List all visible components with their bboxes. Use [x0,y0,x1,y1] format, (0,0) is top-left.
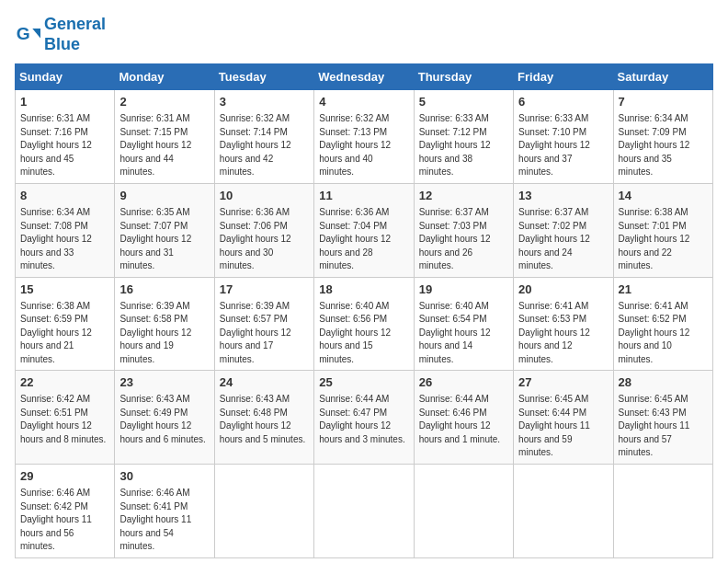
day-number: 4 [319,94,408,110]
svg-marker-1 [32,29,40,39]
day-number: 30 [119,468,209,485]
calendar-day-cell [314,464,414,557]
calendar-day-cell [514,464,613,557]
day-info: Sunrise: 6:31 AMSunset: 7:15 PMDaylight … [119,112,209,179]
calendar-day-cell: 30Sunrise: 6:46 AMSunset: 6:41 PMDayligh… [115,464,214,557]
day-number: 10 [220,188,309,204]
day-number: 14 [619,188,708,204]
calendar-day-cell: 5Sunrise: 6:33 AMSunset: 7:12 PMDaylight… [414,90,513,184]
calendar-day-cell: 20Sunrise: 6:41 AMSunset: 6:53 PMDayligh… [514,277,613,371]
day-info: Sunrise: 6:40 AMSunset: 6:54 PMDaylight … [419,300,508,367]
day-info: Sunrise: 6:34 AMSunset: 7:09 PMDaylight … [619,112,708,179]
calendar-day-cell: 10Sunrise: 6:36 AMSunset: 7:06 PMDayligh… [214,183,313,277]
day-number: 12 [419,188,508,204]
calendar-day-cell: 21Sunrise: 6:41 AMSunset: 6:52 PMDayligh… [613,277,712,371]
day-number: 6 [518,94,608,110]
day-info: Sunrise: 6:41 AMSunset: 6:52 PMDaylight … [619,300,708,367]
calendar-day-cell: 3Sunrise: 6:32 AMSunset: 7:14 PMDaylight… [214,90,313,184]
day-number: 25 [319,374,408,391]
calendar-day-cell: 9Sunrise: 6:35 AMSunset: 7:07 PMDaylight… [115,183,214,277]
day-info: Sunrise: 6:42 AMSunset: 6:51 PMDaylight … [20,393,109,446]
calendar-header-row: SundayMondayTuesdayWednesdayThursdayFrid… [16,64,713,90]
day-number: 5 [419,94,508,110]
day-of-week-header: Friday [514,64,613,90]
calendar-day-cell: 8Sunrise: 6:34 AMSunset: 7:08 PMDaylight… [16,183,115,277]
logo: G GeneralBlue [15,15,106,54]
day-of-week-header: Thursday [414,64,513,90]
day-info: Sunrise: 6:34 AMSunset: 7:08 PMDaylight … [20,206,109,273]
day-info: Sunrise: 6:44 AMSunset: 6:46 PMDaylight … [419,393,508,446]
calendar-week-row: 1Sunrise: 6:31 AMSunset: 7:16 PMDaylight… [16,90,713,184]
calendar-day-cell: 25Sunrise: 6:44 AMSunset: 6:47 PMDayligh… [314,371,414,465]
day-of-week-header: Sunday [16,64,115,90]
calendar-day-cell: 14Sunrise: 6:38 AMSunset: 7:01 PMDayligh… [613,183,712,277]
calendar-day-cell: 26Sunrise: 6:44 AMSunset: 6:46 PMDayligh… [414,371,513,465]
day-number: 2 [119,94,209,110]
calendar-day-cell: 13Sunrise: 6:37 AMSunset: 7:02 PMDayligh… [514,183,613,277]
day-info: Sunrise: 6:45 AMSunset: 6:44 PMDaylight … [518,393,608,460]
day-number: 13 [518,188,608,204]
calendar-day-cell: 7Sunrise: 6:34 AMSunset: 7:09 PMDaylight… [613,90,712,184]
logo-icon: G [15,22,40,48]
day-info: Sunrise: 6:32 AMSunset: 7:14 PMDaylight … [220,112,309,179]
calendar-day-cell: 23Sunrise: 6:43 AMSunset: 6:49 PMDayligh… [115,371,214,465]
day-of-week-header: Monday [115,64,214,90]
day-info: Sunrise: 6:36 AMSunset: 7:04 PMDaylight … [319,206,408,273]
calendar-day-cell: 6Sunrise: 6:33 AMSunset: 7:10 PMDaylight… [514,90,613,184]
calendar-body: 1Sunrise: 6:31 AMSunset: 7:16 PMDaylight… [16,90,713,557]
day-info: Sunrise: 6:43 AMSunset: 6:49 PMDaylight … [119,393,209,446]
calendar-day-cell: 16Sunrise: 6:39 AMSunset: 6:58 PMDayligh… [115,277,214,371]
day-info: Sunrise: 6:33 AMSunset: 7:10 PMDaylight … [518,112,608,179]
day-info: Sunrise: 6:37 AMSunset: 7:02 PMDaylight … [518,206,608,273]
calendar-week-row: 22Sunrise: 6:42 AMSunset: 6:51 PMDayligh… [16,371,713,465]
day-number: 16 [119,282,209,298]
day-number: 27 [518,374,608,391]
day-of-week-header: Tuesday [214,64,313,90]
day-info: Sunrise: 6:43 AMSunset: 6:48 PMDaylight … [220,393,309,446]
calendar-day-cell: 17Sunrise: 6:39 AMSunset: 6:57 PMDayligh… [214,277,313,371]
day-number: 3 [220,94,309,110]
calendar-day-cell: 12Sunrise: 6:37 AMSunset: 7:03 PMDayligh… [414,183,513,277]
day-info: Sunrise: 6:40 AMSunset: 6:56 PMDaylight … [319,300,408,367]
calendar-day-cell: 28Sunrise: 6:45 AMSunset: 6:43 PMDayligh… [613,371,712,465]
calendar-week-row: 29Sunrise: 6:46 AMSunset: 6:42 PMDayligh… [16,464,713,557]
day-number: 23 [119,374,209,391]
day-number: 1 [20,94,109,110]
logo-text: GeneralBlue [44,15,106,54]
calendar-day-cell: 29Sunrise: 6:46 AMSunset: 6:42 PMDayligh… [16,464,115,557]
calendar-day-cell [613,464,712,557]
day-info: Sunrise: 6:32 AMSunset: 7:13 PMDaylight … [319,112,408,179]
day-info: Sunrise: 6:33 AMSunset: 7:12 PMDaylight … [419,112,508,179]
day-info: Sunrise: 6:39 AMSunset: 6:58 PMDaylight … [119,300,209,367]
day-info: Sunrise: 6:44 AMSunset: 6:47 PMDaylight … [319,393,408,446]
day-info: Sunrise: 6:38 AMSunset: 7:01 PMDaylight … [619,206,708,273]
day-info: Sunrise: 6:38 AMSunset: 6:59 PMDaylight … [20,300,109,367]
day-number: 7 [619,94,708,110]
calendar-day-cell [414,464,513,557]
calendar-day-cell: 22Sunrise: 6:42 AMSunset: 6:51 PMDayligh… [16,371,115,465]
day-number: 11 [319,188,408,204]
calendar-day-cell: 11Sunrise: 6:36 AMSunset: 7:04 PMDayligh… [314,183,414,277]
day-number: 8 [20,188,109,204]
calendar-day-cell: 27Sunrise: 6:45 AMSunset: 6:44 PMDayligh… [514,371,613,465]
calendar-week-row: 15Sunrise: 6:38 AMSunset: 6:59 PMDayligh… [16,277,713,371]
svg-text:G: G [17,24,30,43]
header: G GeneralBlue [15,15,713,54]
calendar-table: SundayMondayTuesdayWednesdayThursdayFrid… [15,63,713,557]
day-of-week-header: Wednesday [314,64,414,90]
calendar-day-cell: 2Sunrise: 6:31 AMSunset: 7:15 PMDaylight… [115,90,214,184]
calendar-day-cell: 1Sunrise: 6:31 AMSunset: 7:16 PMDaylight… [16,90,115,184]
day-number: 15 [20,282,109,298]
day-info: Sunrise: 6:46 AMSunset: 6:41 PMDaylight … [119,487,209,554]
calendar-day-cell: 18Sunrise: 6:40 AMSunset: 6:56 PMDayligh… [314,277,414,371]
day-number: 17 [220,282,309,298]
day-number: 26 [419,374,508,391]
day-info: Sunrise: 6:31 AMSunset: 7:16 PMDaylight … [20,112,109,179]
day-info: Sunrise: 6:41 AMSunset: 6:53 PMDaylight … [518,300,608,367]
calendar-day-cell: 24Sunrise: 6:43 AMSunset: 6:48 PMDayligh… [214,371,313,465]
day-number: 19 [419,282,508,298]
day-number: 22 [20,374,109,391]
calendar-day-cell: 15Sunrise: 6:38 AMSunset: 6:59 PMDayligh… [16,277,115,371]
day-number: 21 [619,282,708,298]
day-info: Sunrise: 6:36 AMSunset: 7:06 PMDaylight … [220,206,309,273]
